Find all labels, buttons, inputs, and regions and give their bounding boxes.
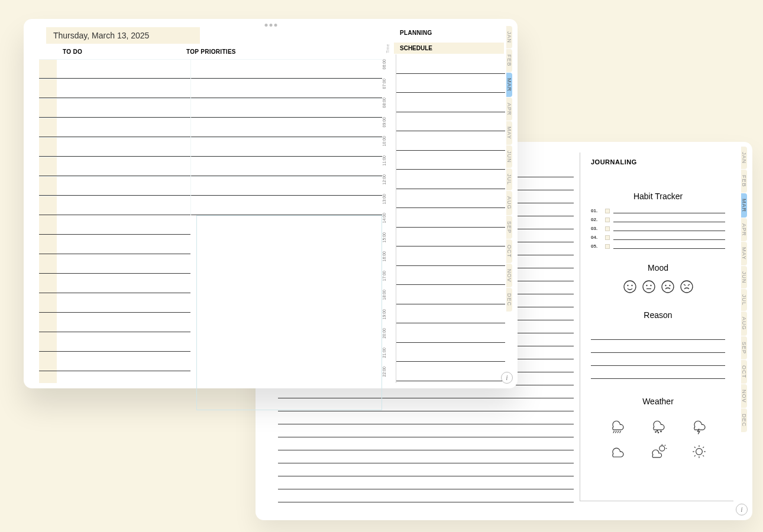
schedule-rows[interactable]: [396, 54, 505, 381]
habit-row[interactable]: 05.: [591, 244, 725, 249]
habit-row[interactable]: 04.: [591, 235, 725, 240]
schedule-row[interactable]: [396, 74, 505, 93]
habit-line[interactable]: [613, 226, 725, 231]
schedule-row[interactable]: [396, 266, 505, 286]
time-label: 16:00: [382, 246, 386, 266]
weather-snow-icon[interactable]: [648, 417, 669, 437]
month-tab-sep[interactable]: SEP: [741, 336, 747, 359]
schedule-row[interactable]: [396, 362, 505, 381]
notes-box[interactable]: [196, 215, 382, 410]
month-tab-aug[interactable]: AUG: [741, 312, 747, 336]
schedule-row[interactable]: [396, 170, 505, 189]
schedule-row[interactable]: [396, 228, 505, 247]
month-tab-mar[interactable]: MAR: [506, 73, 512, 97]
habit-line[interactable]: [613, 244, 725, 249]
month-tab-dec[interactable]: DEC: [506, 288, 512, 312]
month-tab-feb[interactable]: FEB: [741, 170, 747, 193]
schedule-row[interactable]: [396, 246, 505, 266]
month-tabs: JANFEBMARAPRMAYJUNJULAUGSEPOCTNOVDEC: [506, 26, 519, 312]
svg-line-16: [619, 431, 620, 433]
month-tabs: JANFEBMARAPRMAYJUNJULAUGSEPOCTNOVDEC: [741, 147, 754, 433]
left-panel: TO DO TOP PRIORITIES: [39, 47, 382, 383]
svg-line-12: [688, 284, 690, 286]
mood-happy-icon[interactable]: [623, 280, 637, 296]
svg-point-25: [696, 449, 702, 455]
month-tab-nov[interactable]: NOV: [741, 384, 747, 408]
habit-row[interactable]: 01.: [591, 208, 725, 213]
weather-cloud-icon[interactable]: [607, 443, 628, 463]
schedule-row[interactable]: [396, 93, 505, 112]
time-label: 15:00: [382, 228, 386, 247]
info-button[interactable]: i: [501, 372, 513, 384]
mood-neutral-icon[interactable]: [642, 280, 656, 296]
month-tab-feb[interactable]: FEB: [506, 49, 512, 72]
mood-sad-icon[interactable]: [661, 280, 675, 296]
schedule-row[interactable]: [396, 151, 505, 170]
time-label: 07:00: [382, 74, 386, 93]
svg-line-30: [694, 447, 695, 448]
habit-checkbox[interactable]: [605, 226, 610, 231]
month-tab-jan[interactable]: JAN: [506, 26, 512, 48]
time-column: Time 06:0007:0008:0009:0010:0011:0012:00…: [382, 54, 396, 383]
month-tab-apr[interactable]: APR: [741, 218, 747, 242]
month-tab-oct[interactable]: OCT: [741, 360, 747, 384]
habit-number: 03.: [591, 226, 602, 231]
time-label: 06:00: [382, 54, 386, 74]
schedule-row[interactable]: [396, 208, 505, 228]
weather-thunder-icon[interactable]: [688, 417, 710, 437]
habit-line[interactable]: [613, 208, 725, 213]
month-tab-sep[interactable]: SEP: [506, 216, 512, 239]
svg-point-8: [665, 286, 666, 286]
svg-line-33: [703, 447, 704, 448]
habit-row[interactable]: 02.: [591, 217, 725, 222]
schedule-row[interactable]: [396, 323, 505, 343]
month-tab-oct[interactable]: OCT: [506, 239, 512, 263]
month-tab-jul[interactable]: JUL: [741, 289, 747, 311]
todo-rows-continued[interactable]: [39, 176, 190, 371]
month-tab-apr[interactable]: APR: [506, 98, 512, 121]
reason-lines[interactable]: [591, 327, 725, 379]
time-label: 22:00: [382, 362, 386, 381]
habit-checkbox[interactable]: [605, 218, 610, 222]
habit-tracker-header: Habit Tracker: [591, 192, 725, 201]
schedule-row[interactable]: [396, 304, 505, 324]
schedule-row[interactable]: [396, 343, 505, 362]
habit-line[interactable]: [613, 235, 725, 240]
month-tab-mar[interactable]: MAR: [741, 193, 747, 218]
month-tab-jul[interactable]: JUL: [506, 168, 512, 190]
habit-line[interactable]: [613, 217, 725, 222]
time-label: 21:00: [382, 343, 386, 362]
mood-header: Mood: [591, 263, 725, 273]
schedule-row[interactable]: [396, 131, 505, 151]
weather-partly-cloudy-icon[interactable]: [648, 443, 669, 463]
habit-tracker-list: 01.02.03.04.05.: [591, 208, 725, 249]
planner-page-1: JANFEBMARAPRMAYJUNJULAUGSEPOCTNOVDEC Thu…: [24, 19, 518, 388]
date-label: Thursday, March 13, 2025: [46, 27, 200, 44]
schedule-row[interactable]: [396, 189, 505, 209]
mood-angry-icon[interactable]: [680, 280, 694, 296]
schedule-row[interactable]: [396, 54, 505, 74]
month-tab-may[interactable]: MAY: [506, 121, 512, 145]
habit-checkbox[interactable]: [605, 244, 610, 249]
habit-checkbox[interactable]: [605, 235, 610, 240]
month-tab-jan[interactable]: JAN: [741, 147, 747, 169]
svg-line-15: [617, 431, 619, 433]
svg-line-32: [694, 455, 695, 456]
time-label: 13:00: [382, 189, 386, 209]
schedule-row[interactable]: [396, 285, 505, 304]
month-tab-may[interactable]: MAY: [741, 242, 747, 265]
habit-checkbox[interactable]: [605, 209, 610, 213]
weather-sun-icon[interactable]: [688, 443, 710, 463]
month-tab-nov[interactable]: NOV: [506, 264, 512, 288]
time-label: 19:00: [382, 304, 386, 324]
month-tab-aug[interactable]: AUG: [506, 191, 512, 215]
time-label: 14:00: [382, 208, 386, 228]
svg-point-2: [632, 286, 632, 286]
weather-rain-icon[interactable]: [607, 417, 628, 437]
month-tab-jun[interactable]: JUN: [741, 266, 747, 289]
month-tab-dec[interactable]: DEC: [741, 408, 747, 432]
info-button[interactable]: i: [736, 504, 748, 515]
month-tab-jun[interactable]: JUN: [506, 145, 512, 168]
habit-row[interactable]: 03.: [591, 226, 725, 231]
schedule-row[interactable]: [396, 112, 505, 132]
